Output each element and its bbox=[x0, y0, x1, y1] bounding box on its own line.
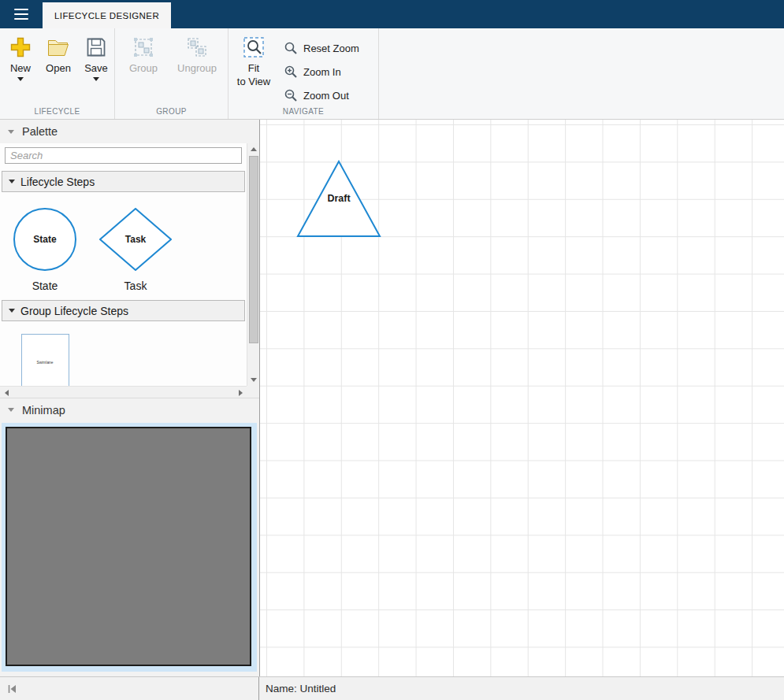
save-button[interactable]: Save bbox=[79, 35, 113, 81]
collapse-panel-icon[interactable] bbox=[6, 683, 17, 694]
save-dropdown-caret[interactable] bbox=[93, 77, 99, 81]
toolstrip-section-lifecycle: New Open Save LIFECYCLE bbox=[0, 28, 114, 119]
tab-label: LIFECYCLE DESIGNER bbox=[54, 11, 159, 20]
state-caption: State bbox=[9, 280, 80, 292]
vertical-scrollbar[interactable] bbox=[247, 143, 259, 386]
swimlane-label: Swimlane bbox=[37, 361, 54, 365]
zoom-out-icon bbox=[284, 88, 299, 103]
arrow-left-icon bbox=[5, 390, 9, 396]
chevron-down-icon bbox=[9, 309, 15, 313]
horizontal-scrollbar[interactable] bbox=[0, 386, 247, 398]
scrollbar-corner bbox=[247, 386, 259, 398]
left-panel: Palette Lifecycle Steps State State T bbox=[0, 120, 259, 676]
reset-zoom-button[interactable]: Reset Zoom bbox=[277, 36, 366, 60]
new-icon bbox=[8, 35, 33, 60]
draft-node-label: Draft bbox=[327, 193, 351, 204]
minimap-collapse-icon[interactable] bbox=[8, 408, 14, 412]
ungroup-icon bbox=[184, 35, 210, 60]
toolstrip: New Open Save LIFECYCLE bbox=[0, 28, 784, 120]
section-label-lifecycle: LIFECYCLE bbox=[0, 107, 114, 116]
open-button[interactable]: Open bbox=[41, 35, 76, 81]
svg-text:Task: Task bbox=[125, 234, 147, 245]
vertical-scroll-thumb[interactable] bbox=[249, 156, 258, 343]
zoom-out-button[interactable]: Zoom Out bbox=[277, 83, 366, 107]
section-label-navigate: NAVIGATE bbox=[229, 107, 378, 116]
fit-to-view-icon bbox=[241, 35, 266, 60]
model-name-text: Name: Untitled bbox=[266, 683, 336, 694]
arrow-right-icon bbox=[239, 390, 243, 396]
ungroup-button[interactable]: Ungroup bbox=[172, 35, 222, 74]
palette-title: Palette bbox=[22, 125, 58, 138]
fit-to-view-button[interactable]: Fit to View bbox=[233, 35, 274, 107]
scroll-right-button[interactable] bbox=[234, 387, 247, 398]
palette-scroll-area: Lifecycle Steps State State Task Task bbox=[0, 143, 259, 398]
palette-content: Lifecycle Steps State State Task Task bbox=[0, 143, 247, 386]
statusbar-left bbox=[0, 677, 259, 700]
group-button[interactable]: Group bbox=[121, 35, 165, 74]
minimap-viewport[interactable] bbox=[6, 427, 251, 666]
state-shape-icon: State bbox=[11, 206, 79, 273]
task-caption: Task bbox=[100, 280, 171, 292]
reset-zoom-icon bbox=[284, 41, 299, 56]
palette-item-task[interactable]: Task bbox=[99, 208, 172, 274]
arrow-up-icon bbox=[251, 147, 257, 151]
menu-icon[interactable] bbox=[0, 0, 43, 28]
minimap-header: Minimap bbox=[0, 398, 259, 421]
section-label-group: GROUP bbox=[115, 107, 228, 116]
new-dropdown-caret[interactable] bbox=[17, 77, 24, 81]
group-lifecycle-steps-header[interactable]: Group Lifecycle Steps bbox=[2, 300, 245, 321]
chevron-down-icon bbox=[9, 180, 15, 183]
scroll-left-button[interactable] bbox=[0, 387, 13, 398]
toolstrip-section-group: Group Ungroup GROUP bbox=[115, 28, 228, 119]
open-icon bbox=[46, 35, 71, 60]
palette-item-state[interactable]: State bbox=[11, 206, 79, 276]
palette-collapse-icon[interactable] bbox=[8, 130, 14, 134]
titlebar: LIFECYCLE DESIGNER bbox=[0, 0, 784, 28]
save-icon bbox=[84, 35, 109, 60]
svg-text:State: State bbox=[33, 234, 57, 245]
fit-label-line2: to View bbox=[237, 76, 270, 87]
navigate-small-buttons: Reset Zoom Zoom In bbox=[277, 35, 366, 107]
palette-header: Palette bbox=[0, 120, 259, 143]
toolstrip-section-navigate: Fit to View Reset Zoom bbox=[229, 28, 378, 119]
draft-node[interactable]: Draft bbox=[292, 155, 388, 243]
fit-label-line1: Fit bbox=[248, 62, 259, 74]
canvas[interactable]: Draft bbox=[259, 120, 784, 676]
palette-item-swimlane[interactable]: Swimlane bbox=[21, 334, 69, 386]
statusbar-right: Name: Untitled bbox=[259, 677, 784, 700]
tab-lifecycle-designer[interactable]: LIFECYCLE DESIGNER bbox=[43, 2, 171, 28]
statusbar: Name: Untitled bbox=[0, 676, 784, 700]
scroll-up-button[interactable] bbox=[247, 143, 260, 155]
minimap[interactable] bbox=[2, 423, 257, 672]
minimap-title: Minimap bbox=[22, 404, 65, 417]
scroll-down-button[interactable] bbox=[247, 374, 260, 386]
new-button[interactable]: New bbox=[3, 35, 38, 81]
group-icon bbox=[131, 35, 156, 60]
zoom-in-button[interactable]: Zoom In bbox=[277, 60, 366, 83]
arrow-down-icon bbox=[251, 378, 257, 382]
zoom-in-icon bbox=[284, 65, 299, 80]
task-shape-icon: Task bbox=[99, 208, 172, 271]
lifecycle-steps-header[interactable]: Lifecycle Steps bbox=[2, 171, 245, 192]
search-input[interactable] bbox=[5, 147, 242, 164]
toolstrip-divider bbox=[378, 28, 379, 119]
